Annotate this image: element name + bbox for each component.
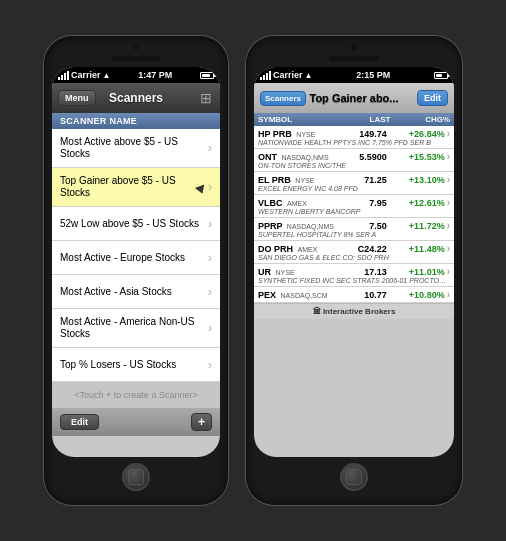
phone-2: Carrier ▲ 2:15 PM Scanners Top Gainer ab… <box>246 36 462 505</box>
stock-row-main-4: PPRP NASDAQ,NMS 7.50 +11.72% › <box>258 220 450 231</box>
stock-last-3: 7.95 <box>338 198 386 208</box>
scanner-item-label-2: 52w Low above $5 - US Stocks <box>60 218 208 230</box>
stock-chevron-3: › <box>447 197 450 208</box>
stock-chevron-7: › <box>447 289 450 300</box>
stock-last-5: C24.22 <box>338 244 386 254</box>
phone2-status-right <box>434 72 448 79</box>
stock-row-4[interactable]: PPRP NASDAQ,NMS 7.50 +11.72% › SUPERTEL … <box>254 218 454 241</box>
chevron-icon-1: › <box>208 180 212 194</box>
scanner-list: Most Active above $5 - US Stocks › Top G… <box>52 129 220 382</box>
scanner-item-0[interactable]: Most Active above $5 - US Stocks › <box>52 129 220 168</box>
chevron-icon-6: › <box>208 358 212 372</box>
stock-chg-4: +11.72% <box>387 221 445 231</box>
scanner-list-header: Scanner Name <box>52 113 220 129</box>
stock-last-6: 17.13 <box>338 267 386 277</box>
nav-bar: Menu Scanners ⊞ <box>52 83 220 113</box>
stock-symbol-0: HP PRB NYSE <box>258 129 338 139</box>
chevron-icon-5: › <box>208 321 212 335</box>
stock-exchange-4: NASDAQ,NMS <box>287 223 334 230</box>
stock-chevron-4: › <box>447 220 450 231</box>
stock-sub-4: SUPERTEL HOSPITALITY 8% SER A <box>258 231 450 238</box>
phone2-screen: Carrier ▲ 2:15 PM Scanners Top Gainer ab… <box>254 67 454 457</box>
stock-symbol-5: DO PRH AMEX <box>258 244 338 254</box>
status-right <box>200 72 214 79</box>
stock-sub-3: WESTERN LIBERTY BANCORP <box>258 208 450 215</box>
stock-symbol-3: VLBC AMEX <box>258 198 338 208</box>
scanner-item-2[interactable]: 52w Low above $5 - US Stocks › <box>52 207 220 241</box>
stock-chevron-6: › <box>447 266 450 277</box>
stock-chg-3: +12.61% <box>387 198 445 208</box>
time-display: 1:47 PM <box>138 70 172 80</box>
stock-row-3[interactable]: VLBC AMEX 7.95 +12.61% › WESTERN LIBERTY… <box>254 195 454 218</box>
phone2-battery-fill <box>436 74 442 77</box>
stock-row-1[interactable]: ONT NASDAQ,NMS 5.5900 +15.53% › ON-TON S… <box>254 149 454 172</box>
stock-last-1: 5.5900 <box>338 152 386 162</box>
stock-last-7: 10.77 <box>338 290 386 300</box>
stock-symbol-2: EL PRB NYSE <box>258 175 338 185</box>
ib-footer: 🏛 Interactive Brokers <box>254 303 454 319</box>
phone2-camera <box>351 44 357 50</box>
status-left: Carrier ▲ <box>58 70 110 80</box>
stock-row-0[interactable]: HP PRB NYSE 149.74 +26.84% › NATIONWIDE … <box>254 126 454 149</box>
phone2-nav-bar: Scanners Top Gainer abo... Edit <box>254 83 454 113</box>
home-button[interactable] <box>122 463 150 491</box>
stock-row-main-0: HP PRB NYSE 149.74 +26.84% › <box>258 128 450 139</box>
stock-sub-5: SAN DIEGO GAS & ELEC CO: SDO PRH <box>258 254 450 261</box>
phone-speaker <box>111 56 161 61</box>
scanner-item-4[interactable]: Most Active - Asia Stocks › <box>52 275 220 309</box>
status-bar: Carrier ▲ 1:47 PM <box>52 67 220 83</box>
stock-row-main-1: ONT NASDAQ,NMS 5.5900 +15.53% › <box>258 151 450 162</box>
stock-chevron-5: › <box>447 243 450 254</box>
chevron-icon-3: › <box>208 251 212 265</box>
stock-exchange-7: NASDAQ,SCM <box>281 292 328 299</box>
phone-screen: Carrier ▲ 1:47 PM Menu Scanners ⊞ Scanne… <box>52 67 220 457</box>
stock-column-header: Symbol Last Chg% <box>254 113 454 126</box>
phone2-edit-button[interactable]: Edit <box>417 90 448 106</box>
stock-chg-6: +11.01% <box>387 267 445 277</box>
stock-exchange-1: NASDAQ,NMS <box>282 154 329 161</box>
battery-fill <box>202 74 210 77</box>
nav-title: Scanners <box>109 91 163 105</box>
stock-symbol-4: PPRP NASDAQ,NMS <box>258 221 338 231</box>
menu-button[interactable]: Menu <box>58 90 96 106</box>
stock-sub-0: NATIONWIDE HEALTH PPTYS INC 7.75% PFD SE… <box>258 139 450 146</box>
stock-row-6[interactable]: UR NYSE 17.13 +11.01% › SYNTHETIC FIXED … <box>254 264 454 287</box>
stock-row-5[interactable]: DO PRH AMEX C24.22 +11.48% › SAN DIEGO G… <box>254 241 454 264</box>
stock-row-main-2: EL PRB NYSE 71.25 +13.10% › <box>258 174 450 185</box>
chevron-icon-0: › <box>208 141 212 155</box>
add-scanner-button[interactable]: + <box>191 413 212 432</box>
phone-1: Carrier ▲ 1:47 PM Menu Scanners ⊞ Scanne… <box>44 36 228 505</box>
stock-row-main-5: DO PRH AMEX C24.22 +11.48% › <box>258 243 450 254</box>
chevron-icon-4: › <box>208 285 212 299</box>
stock-last-0: 149.74 <box>338 129 386 139</box>
phone2-speaker <box>329 56 379 61</box>
edit-button[interactable]: Edit <box>60 414 99 430</box>
scanner-item-label-5: Most Active - America Non-US Stocks <box>60 316 208 340</box>
scanners-back-button[interactable]: Scanners <box>260 91 306 106</box>
stock-row-2[interactable]: EL PRB NYSE 71.25 +13.10% › EXCEL ENERGY… <box>254 172 454 195</box>
stock-last-2: 71.25 <box>338 175 386 185</box>
scanner-icon: ⊞ <box>200 90 212 106</box>
stock-chg-1: +15.53% <box>387 152 445 162</box>
bottom-toolbar: Edit + <box>52 408 220 436</box>
touch-hint: <Touch + to create a Scanner> <box>52 382 220 408</box>
stock-chg-0: +26.84% <box>387 129 445 139</box>
stock-chevron-1: › <box>447 151 450 162</box>
scanner-item-6[interactable]: Top % Losers - US Stocks › <box>52 348 220 382</box>
chevron-icon-2: › <box>208 217 212 231</box>
scanner-item-3[interactable]: Most Active - Europe Stocks › <box>52 241 220 275</box>
stock-row-7[interactable]: PEX NASDAQ,SCM 10.77 +10.80% › <box>254 287 454 303</box>
scanner-item-label-0: Most Active above $5 - US Stocks <box>60 136 208 160</box>
phone2-home-button[interactable] <box>340 463 368 491</box>
phone2-screen-container: Carrier ▲ 2:15 PM Scanners Top Gainer ab… <box>254 67 454 457</box>
stock-sub-2: EXCEL ENERGY INC 4.08 PFD <box>258 185 450 192</box>
stock-exchange-0: NYSE <box>296 131 315 138</box>
scanner-item-5[interactable]: Most Active - America Non-US Stocks › <box>52 309 220 348</box>
stock-exchange-3: AMEX <box>287 200 307 207</box>
stock-exchange-6: NYSE <box>276 269 295 276</box>
phone2-battery-icon <box>434 72 448 79</box>
signal-bars <box>58 71 69 80</box>
stock-exchange-5: AMEX <box>298 246 318 253</box>
scanner-item-1[interactable]: Top Gainer above $5 - US Stocks › <box>52 168 220 207</box>
stock-last-4: 7.50 <box>338 221 386 231</box>
